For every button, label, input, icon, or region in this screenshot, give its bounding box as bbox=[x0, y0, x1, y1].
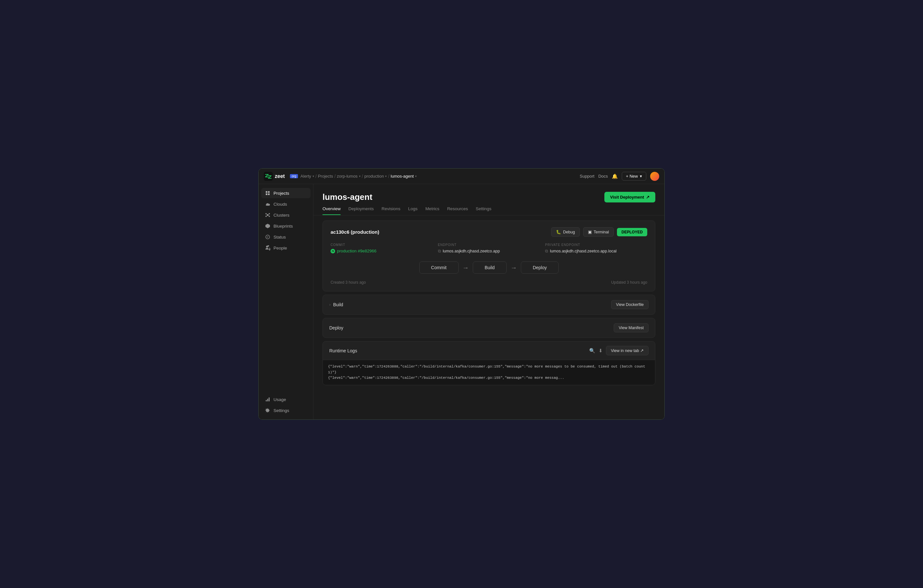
bell-icon[interactable]: 🔔 bbox=[612, 174, 618, 179]
tab-logs[interactable]: Logs bbox=[408, 206, 418, 215]
deployed-badge: DEPLOYED bbox=[617, 228, 647, 236]
tab-overview[interactable]: Overview bbox=[322, 206, 340, 215]
github-logo bbox=[331, 249, 335, 253]
tab-deployments[interactable]: Deployments bbox=[348, 206, 374, 215]
main-layout: Projects Clouds Clusters Blueprints bbox=[259, 184, 664, 419]
sidebar-item-clouds[interactable]: Clouds bbox=[261, 199, 310, 209]
private-endpoint-label: PRIVATE ENDPOINT bbox=[545, 243, 647, 247]
tab-revisions[interactable]: Revisions bbox=[381, 206, 401, 215]
build-card: › Build View Dockerfile bbox=[322, 295, 655, 314]
logs-body: {"level":"warn","time":1724263888,"calle… bbox=[323, 360, 655, 385]
chevron-down-icon: ▾ bbox=[312, 174, 314, 178]
sidebar-projects-label: Projects bbox=[273, 191, 289, 196]
tab-metrics[interactable]: Metrics bbox=[425, 206, 440, 215]
terminal-button[interactable]: ▣ Terminal bbox=[583, 227, 614, 237]
new-button-label: + New bbox=[626, 174, 638, 179]
breadcrumb-org[interactable]: org Alerty ▾ bbox=[290, 174, 314, 179]
sidebar-item-projects[interactable]: Projects bbox=[261, 188, 310, 198]
breadcrumb-sep-4: / bbox=[388, 174, 389, 179]
search-icon[interactable]: 🔍 bbox=[589, 348, 595, 354]
view-new-tab-label: View in new tab bbox=[611, 349, 639, 353]
chevron-right-icon[interactable]: › bbox=[329, 302, 330, 307]
logs-title: Runtime Logs bbox=[329, 348, 357, 353]
build-pipeline-button[interactable]: Build bbox=[473, 262, 507, 274]
pipeline-arrow-2: → bbox=[511, 264, 517, 272]
deploy-card-section: Deploy View Manifest bbox=[322, 318, 655, 338]
commit-pipeline-button[interactable]: Commit bbox=[419, 262, 458, 274]
copy-icon-2[interactable]: ⧉ bbox=[545, 249, 548, 254]
deploy-section: Deploy View Manifest bbox=[323, 318, 655, 337]
breadcrumb-sep-1: / bbox=[315, 174, 317, 179]
projects-icon bbox=[265, 190, 270, 196]
view-manifest-button[interactable]: View Manifest bbox=[614, 323, 649, 332]
external-link-icon-2: ↗ bbox=[640, 349, 644, 353]
cards-container: ac130c6 (production) 🐛 Debug ▣ Terminal … bbox=[314, 215, 664, 390]
page-title: lumos-agent bbox=[322, 192, 373, 202]
status-icon bbox=[265, 234, 270, 239]
sidebar-item-blueprints[interactable]: Blueprints bbox=[261, 221, 310, 231]
svg-point-4 bbox=[265, 216, 267, 217]
new-button[interactable]: + New ▾ bbox=[622, 172, 646, 180]
deploy-actions: 🐛 Debug ▣ Terminal DEPLOYED bbox=[551, 227, 647, 237]
log-line-2: {"level":"warn","time":1724263898,"calle… bbox=[328, 375, 650, 381]
tab-settings[interactable]: Settings bbox=[476, 206, 491, 215]
breadcrumb-org-label: Alerty bbox=[301, 174, 311, 179]
view-dockerfile-button[interactable]: View Dockerfile bbox=[611, 300, 649, 309]
commit-label: COMMIT bbox=[330, 243, 433, 247]
private-endpoint-info: PRIVATE ENDPOINT ⧉ lumos.asjkdh.cjhasd.z… bbox=[545, 243, 647, 254]
clusters-icon bbox=[265, 213, 270, 218]
svg-rect-8 bbox=[267, 399, 268, 401]
sidebar-item-status[interactable]: Status bbox=[261, 232, 310, 242]
deploy-card-title: ac130c6 (production) bbox=[330, 229, 379, 235]
topbar: zeet org Alerty ▾ / Projects / zorp-lumo… bbox=[259, 169, 664, 184]
breadcrumb-production-label: production bbox=[365, 174, 384, 179]
sidebar-blueprints-label: Blueprints bbox=[273, 224, 293, 229]
logs-actions: 🔍 ⬇ View in new tab ↗ bbox=[589, 346, 649, 355]
copy-icon[interactable]: ⧉ bbox=[438, 249, 441, 254]
zeet-logo-icon bbox=[264, 172, 273, 181]
download-icon[interactable]: ⬇ bbox=[599, 348, 603, 354]
debug-icon: 🐛 bbox=[556, 229, 561, 234]
sidebar-usage-label: Usage bbox=[273, 397, 286, 402]
svg-rect-0 bbox=[264, 172, 273, 181]
sidebar-item-settings[interactable]: Settings bbox=[261, 405, 310, 416]
docs-link[interactable]: Docs bbox=[598, 174, 608, 179]
breadcrumb-production[interactable]: production ▾ bbox=[365, 174, 387, 179]
people-icon bbox=[265, 245, 270, 251]
sidebar-item-people[interactable]: People bbox=[261, 243, 310, 253]
external-link-icon: ↗ bbox=[646, 195, 650, 200]
support-link[interactable]: Support bbox=[580, 174, 595, 179]
sidebar-item-clusters[interactable]: Clusters bbox=[261, 210, 310, 220]
breadcrumb-projects[interactable]: Projects bbox=[318, 174, 333, 179]
endpoint-value: ⧉ lumos.asjkdh.cjhasd.zeetco.app bbox=[438, 249, 540, 254]
clouds-icon bbox=[265, 201, 270, 206]
created-at: Created 3 hours ago bbox=[330, 280, 366, 285]
tabs-bar: Overview Deployments Revisions Logs Metr… bbox=[314, 202, 664, 215]
sidebar-status-label: Status bbox=[273, 235, 286, 239]
sidebar-item-usage[interactable]: Usage bbox=[261, 394, 310, 405]
log-line-1: {"level":"warn","time":1724263888,"calle… bbox=[328, 364, 650, 375]
avatar[interactable] bbox=[650, 172, 659, 181]
pipeline-arrow-1: → bbox=[463, 264, 469, 272]
sidebar-bottom: Usage Settings bbox=[261, 394, 310, 416]
runtime-logs-card: Runtime Logs 🔍 ⬇ View in new tab ↗ {"lev… bbox=[322, 341, 655, 385]
build-title: › Build bbox=[329, 302, 343, 307]
logo[interactable]: zeet bbox=[264, 172, 285, 181]
breadcrumb-sep-3: / bbox=[362, 174, 363, 179]
settings-icon bbox=[265, 408, 270, 413]
visit-deployment-button[interactable]: Visit Deployment ↗ bbox=[604, 192, 655, 202]
deploy-card-header: ac130c6 (production) 🐛 Debug ▣ Terminal … bbox=[330, 227, 647, 237]
tab-resources[interactable]: Resources bbox=[447, 206, 468, 215]
breadcrumb-lumos-agent-label: lumos-agent bbox=[391, 174, 414, 179]
breadcrumb-lumos-agent[interactable]: lumos-agent ▾ bbox=[391, 174, 417, 179]
svg-point-5 bbox=[269, 216, 270, 217]
view-new-tab-button[interactable]: View in new tab ↗ bbox=[606, 346, 649, 355]
breadcrumb-zorp[interactable]: zorp-lumos ▾ bbox=[337, 174, 361, 179]
debug-button[interactable]: 🐛 Debug bbox=[551, 227, 580, 237]
deploy-info-row: COMMIT production #9e82966 bbox=[330, 243, 647, 254]
commit-text: production #9e82966 bbox=[337, 249, 376, 253]
pipeline: Commit → Build → Deploy bbox=[330, 262, 647, 274]
deploy-pipeline-button[interactable]: Deploy bbox=[521, 262, 559, 274]
sidebar: Projects Clouds Clusters Blueprints bbox=[259, 184, 314, 419]
chevron-down-icon-4: ▾ bbox=[415, 174, 417, 178]
